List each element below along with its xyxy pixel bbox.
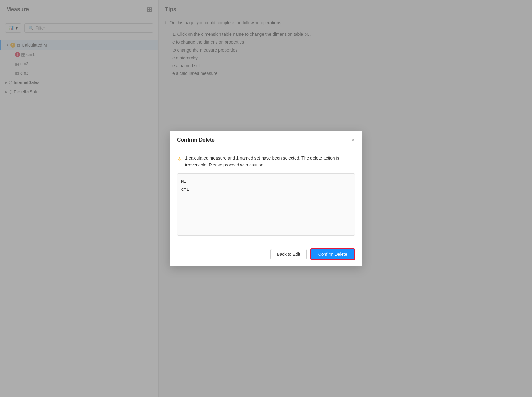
modal-footer: Back to Edit Confirm Delete <box>170 243 362 266</box>
modal-header: Confirm Delete × <box>170 131 362 148</box>
warning-icon: ⚠ <box>177 155 182 164</box>
confirm-delete-button[interactable]: Confirm Delete <box>310 248 355 260</box>
warning-message: ⚠ 1 calculated measure and 1 named set h… <box>177 155 355 169</box>
modal-body: ⚠ 1 calculated measure and 1 named set h… <box>170 148 362 243</box>
warning-text: 1 calculated measure and 1 named set hav… <box>185 155 355 169</box>
modal-overlay: Confirm Delete × ⚠ 1 calculated measure … <box>0 0 532 397</box>
modal-close-button[interactable]: × <box>352 137 355 143</box>
items-textarea[interactable]: N1 cm1 <box>177 173 355 236</box>
modal-title: Confirm Delete <box>177 137 215 143</box>
confirm-delete-modal: Confirm Delete × ⚠ 1 calculated measure … <box>170 131 362 267</box>
back-to-edit-button[interactable]: Back to Edit <box>270 249 307 259</box>
